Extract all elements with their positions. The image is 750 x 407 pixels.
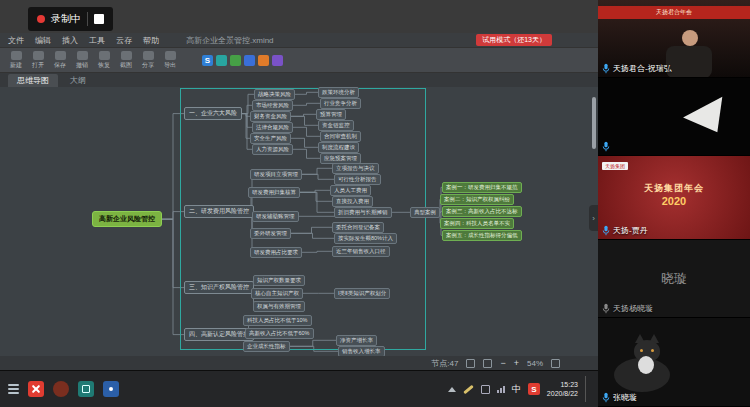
mindmap-node[interactable]: 案例一：研发费用归集不规范 <box>442 182 522 193</box>
sogou-tray-icon[interactable]: S <box>528 383 540 395</box>
taskbar-app-browser-icon[interactable] <box>53 381 69 397</box>
clock[interactable]: 15:23 2020/8/22 <box>547 380 578 398</box>
translate-icon[interactable] <box>244 55 255 66</box>
mindmap-node[interactable]: 案例四：科技人员名单不实 <box>440 218 514 229</box>
save-button[interactable]: 保存 <box>54 51 66 70</box>
mindmap-node[interactable]: 二、研发费用风险管控 <box>184 205 254 218</box>
stop-recording-button[interactable] <box>94 14 104 24</box>
undo-button[interactable]: 撤销 <box>76 51 88 70</box>
mindmap-node[interactable]: 折旧费用与长期摊销 <box>334 207 392 218</box>
volume-icon[interactable] <box>481 385 490 394</box>
ime-indicator[interactable]: 中 <box>512 383 521 396</box>
participant-tile[interactable]: 晓璇 天扬杨晓璇 <box>598 240 750 318</box>
mindmap-node[interactable]: 研发辅助账管理 <box>252 211 299 222</box>
mindmap-node[interactable]: 委外研发管理 <box>250 228 291 239</box>
zoom-in-button[interactable]: + <box>514 359 519 368</box>
recording-indicator: 录制中 <box>28 7 113 31</box>
menu-help[interactable]: 帮助 <box>143 35 159 46</box>
mindmap-node[interactable]: 战略决策风险 <box>254 89 295 100</box>
mindmap-node[interactable]: 安全生产风险 <box>250 133 291 144</box>
participant-tile[interactable]: 天扬君合年会 天扬君合-祝瑞弘 <box>598 0 750 78</box>
voice-icon[interactable] <box>216 55 227 66</box>
mindmap-node[interactable]: 按实际发生额80%计入 <box>334 233 397 244</box>
export-button[interactable]: 导出 <box>164 51 176 70</box>
mindmap-node[interactable]: 高新收入占比不低于60% <box>245 328 314 339</box>
redo-button[interactable]: 恢复 <box>98 51 110 70</box>
participant-tile[interactable] <box>598 78 750 156</box>
participant-tile[interactable]: 张晓璇 <box>598 318 750 407</box>
mindmap-node[interactable]: 净资产增长率 <box>336 335 377 346</box>
mindmap-node[interactable]: 企业成长性指标 <box>243 341 290 352</box>
mindmap-node[interactable]: 政策环境分析 <box>318 87 359 98</box>
taskbar-app-meeting-icon[interactable] <box>103 381 119 397</box>
mindmap-node[interactable]: 合同审查机制 <box>320 131 361 142</box>
start-button[interactable] <box>8 384 19 394</box>
cat-avatar <box>614 340 684 392</box>
mindmap-node[interactable]: 典型案例 <box>410 207 440 218</box>
menu-insert[interactable]: 插入 <box>62 35 78 46</box>
mindmap-node[interactable]: 三、知识产权风险管控 <box>184 281 254 294</box>
zoom-out-button[interactable]: − <box>500 359 505 368</box>
participant-tile[interactable]: 天扬集团 天扬集团年会 2020 天扬-贾丹 <box>598 156 750 240</box>
mindmap-node[interactable]: 人力资源风险 <box>252 144 293 155</box>
taskbar-app-xmind-icon[interactable] <box>78 381 94 397</box>
mindmap-node[interactable]: Ⅰ类Ⅱ类知识产权划分 <box>334 288 390 299</box>
mindmap-node[interactable]: 研发项目立项管理 <box>250 169 302 180</box>
mindmap-node[interactable]: 直接投入费用 <box>332 196 373 207</box>
tray-expand-icon[interactable] <box>448 387 456 392</box>
clipboard-icon[interactable] <box>258 55 269 66</box>
mindmap-node[interactable]: 销售收入增长率 <box>338 346 385 356</box>
mindmap-node[interactable]: 研发费用归集核算 <box>248 187 300 198</box>
mindmap-node[interactable]: 立项报告与决议 <box>332 163 379 174</box>
tab-mindmap[interactable]: 思维导图 <box>8 74 58 87</box>
fullscreen-icon[interactable] <box>551 359 560 368</box>
new-button[interactable]: 新建 <box>10 51 22 70</box>
mindmap-node[interactable]: 研发费用占比要求 <box>250 247 302 258</box>
zoom-level[interactable]: 54% <box>527 359 543 368</box>
share-button[interactable]: 分享 <box>142 51 154 70</box>
show-desktop-button[interactable] <box>585 376 590 402</box>
vertical-scrollbar[interactable] <box>592 97 596 149</box>
screenshot-button[interactable]: 截图 <box>120 51 132 70</box>
mindmap-node[interactable]: 案例三：高新收入占比不达标 <box>442 206 522 217</box>
map-overview-icon[interactable] <box>466 359 475 368</box>
mindmap-node[interactable]: 资金链监控 <box>318 120 354 131</box>
mindmap-node[interactable]: 预算管理 <box>316 109 346 120</box>
mindmap-node[interactable]: 人员人工费用 <box>330 185 371 196</box>
document-title: 高新企业全景管控.xmind <box>186 35 274 46</box>
mindmap-node[interactable]: 市场经营风险 <box>252 100 293 111</box>
mindmap-node[interactable]: 行业竞争分析 <box>320 98 361 109</box>
mindmap-canvas[interactable]: › 高新企业风险管控一、企业六大风险二、研发费用风险管控三、知识产权风险管控四、… <box>0 87 598 356</box>
mindmap-node[interactable]: 制度流程建设 <box>318 142 359 153</box>
wps-icon[interactable] <box>230 55 241 66</box>
open-button[interactable]: 打开 <box>32 51 44 70</box>
mindmap-node[interactable]: 知识产权数量要求 <box>253 275 305 286</box>
mindmap-node[interactable]: 案例二：知识产权权属纠纷 <box>440 194 514 205</box>
mindmap-node[interactable]: 委托合同登记备案 <box>332 222 384 233</box>
mindmap-node[interactable]: 可行性分析报告 <box>334 174 381 185</box>
tab-outline[interactable]: 大纲 <box>61 74 95 87</box>
emoji-icon[interactable] <box>272 55 283 66</box>
taskbar-app-red-icon[interactable] <box>28 381 44 397</box>
sogou-icon[interactable]: S <box>202 55 213 66</box>
network-icon[interactable] <box>497 386 505 393</box>
mindmap-node[interactable]: 法律合规风险 <box>252 122 293 133</box>
menu-file[interactable]: 文件 <box>8 35 24 46</box>
mindmap-node[interactable]: 案例五：成长性指标得分偏低 <box>442 230 522 241</box>
participant-name: 张晓璇 <box>613 392 637 403</box>
mindmap-node[interactable]: 科技人员占比不低于10% <box>243 315 312 326</box>
mindmap-node[interactable]: 一、企业六大风险 <box>184 107 242 120</box>
menu-cloud[interactable]: 云存 <box>116 35 132 46</box>
menu-tools[interactable]: 工具 <box>89 35 105 46</box>
menu-edit[interactable]: 编辑 <box>35 35 51 46</box>
mindmap-node[interactable]: 高新企业风险管控 <box>92 211 162 227</box>
mindmap-node[interactable]: 权属与有效期管理 <box>253 301 305 312</box>
drill-icon[interactable] <box>483 359 492 368</box>
pen-icon[interactable] <box>463 384 473 393</box>
mindmap-node[interactable]: 近三年销售收入口径 <box>332 246 390 257</box>
mindmap-node[interactable]: 核心自主知识产权 <box>251 288 303 299</box>
panel-expander[interactable]: › <box>589 205 598 231</box>
mindmap-node[interactable]: 应急预案管理 <box>320 153 361 164</box>
mindmap-node[interactable]: 四、高新认定风险管控 <box>184 328 254 341</box>
mindmap-node[interactable]: 财务资金风险 <box>250 111 291 122</box>
